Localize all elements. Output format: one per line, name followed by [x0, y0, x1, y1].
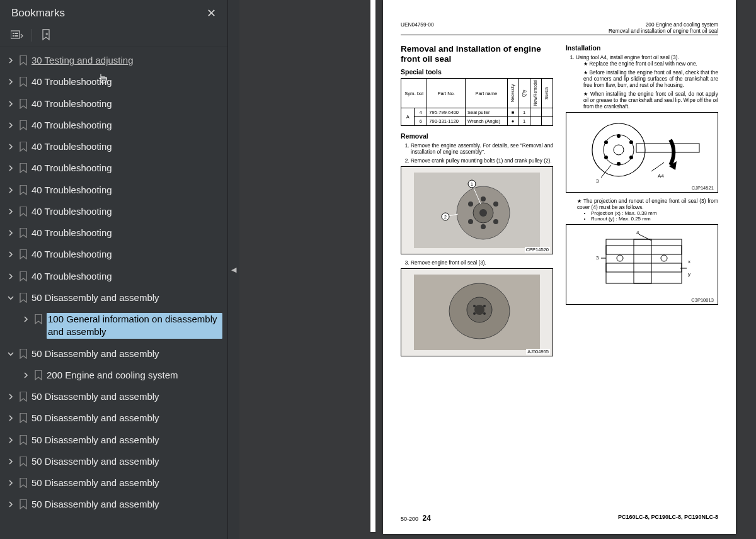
svg-point-37 — [617, 134, 621, 138]
figure-runout-diagram: 4 x y 3 C3P18013 — [566, 224, 718, 305]
th-necessity: Necessity — [507, 79, 518, 108]
bookmark-item[interactable]: 50 Disassembly and assembly — [0, 494, 227, 515]
svg-text:✶: ✶ — [45, 31, 49, 37]
chevron-down-icon[interactable] — [6, 293, 15, 302]
svg-point-26 — [473, 305, 476, 307]
removal-step: Remove engine front oil seal (3). — [411, 259, 553, 266]
chevron-right-icon[interactable] — [6, 250, 15, 259]
svg-text:3: 3 — [596, 255, 599, 261]
bookmark-ribbon-icon — [19, 499, 28, 509]
svg-point-35 — [604, 156, 608, 159]
cell-part-name: Seal puller — [466, 108, 508, 117]
bookmark-item[interactable]: 50 Disassembly and assembly — [0, 472, 227, 494]
bookmark-label: 50 Disassembly and assembly — [32, 455, 222, 468]
bookmark-item[interactable]: 40 Troubleshooting — [0, 136, 227, 157]
bookmark-item[interactable]: 100 General information on disassembly a… — [0, 309, 227, 343]
svg-point-13 — [468, 219, 473, 224]
chevron-right-icon[interactable] — [6, 392, 15, 401]
bookmark-item[interactable]: 40 Troubleshooting — [0, 115, 227, 136]
svg-text:1: 1 — [471, 182, 473, 186]
chevron-right-icon[interactable] — [21, 371, 30, 380]
bookmarks-tree[interactable]: 30 Testing and adjusting40 Troubleshooti… — [0, 47, 227, 539]
bookmark-ribbon-icon — [19, 185, 28, 195]
chevron-right-icon[interactable] — [6, 56, 15, 65]
bookmark-item[interactable]: 40 Troubleshooting — [0, 71, 227, 93]
svg-point-12 — [493, 219, 498, 224]
bookmark-item[interactable]: 40 Troubleshooting — [0, 179, 227, 201]
svg-rect-2 — [13, 35, 14, 37]
chevron-right-icon[interactable] — [6, 272, 15, 281]
svg-text:3: 3 — [596, 178, 599, 184]
svg-point-38 — [617, 162, 621, 166]
bookmark-item[interactable]: 40 Troubleshooting — [0, 222, 227, 244]
bookmark-item[interactable]: 50 Disassembly and assembly — [0, 343, 227, 365]
bookmark-item[interactable]: 40 Troubleshooting — [0, 244, 227, 265]
bookmark-label: 40 Troubleshooting — [32, 140, 222, 153]
chevron-right-icon[interactable] — [6, 436, 15, 445]
cell-symbol: A — [401, 108, 415, 126]
toolbar-divider — [32, 29, 32, 42]
svg-text:A4: A4 — [658, 173, 664, 179]
bookmark-ribbon-icon — [19, 435, 28, 445]
bookmark-ribbon-icon — [19, 249, 28, 259]
bookmark-ribbon-icon — [19, 163, 28, 173]
bookmark-ribbon-icon — [34, 314, 43, 324]
outline-options-button[interactable] — [9, 28, 25, 43]
svg-text:x: x — [688, 259, 690, 264]
chevron-right-icon[interactable] — [6, 142, 15, 151]
find-bookmark-button[interactable]: ✶ — [38, 28, 55, 43]
chevron-right-icon[interactable] — [6, 229, 15, 237]
chevron-right-icon[interactable] — [6, 500, 15, 509]
bookmark-label: 50 Disassembly and assembly — [32, 477, 222, 489]
chevron-right-icon[interactable] — [6, 479, 15, 487]
bookmark-item[interactable]: 50 Disassembly and assembly — [0, 407, 227, 429]
bookmark-item[interactable]: 40 Troubleshooting — [0, 201, 227, 222]
bookmark-ribbon-icon — [19, 349, 28, 359]
close-icon[interactable]: ✕ — [203, 4, 220, 23]
bookmark-label: 40 Troubleshooting — [32, 248, 222, 261]
page-footer: 50-200 24 PC160LC-8, PC190LC-8, PC190NLC… — [401, 514, 718, 523]
chevron-right-icon[interactable] — [6, 414, 15, 423]
measure-item: Projection (x) : Max. 0.38 mm — [591, 210, 718, 216]
footer-right: PC160LC-8, PC190LC-8, PC190NLC-8 — [618, 514, 718, 523]
bookmark-label: 50 Disassembly and assembly — [32, 348, 222, 360]
cell-qty: 1 — [518, 108, 530, 117]
chevron-right-icon[interactable] — [6, 99, 15, 108]
th-part-no: Part No. — [427, 79, 466, 108]
cell-part-no: 790-331-1120 — [427, 117, 466, 126]
bookmark-item[interactable]: 50 Disassembly and assembly — [0, 287, 227, 309]
bookmark-item[interactable]: 40 Troubleshooting — [0, 266, 227, 287]
bookmark-item[interactable]: 200 Engine and cooling system — [0, 365, 227, 386]
bookmark-item[interactable]: 50 Disassembly and assembly — [0, 429, 227, 451]
chevron-right-icon[interactable] — [6, 457, 15, 466]
bookmark-item[interactable]: 50 Disassembly and assembly — [0, 451, 227, 472]
chevron-left-icon: ◀ — [231, 266, 236, 274]
svg-point-29 — [483, 312, 486, 315]
pdf-viewport[interactable]: UEN04759-00 200 Engine and cooling syste… — [239, 0, 756, 539]
chevron-down-icon[interactable] — [6, 349, 15, 358]
figure-crank-pulley: 1 2 CPP14520 — [401, 166, 553, 254]
bookmark-item[interactable]: 50 Disassembly and assembly — [0, 386, 227, 407]
chevron-right-icon[interactable] — [6, 207, 15, 216]
chevron-right-icon[interactable] — [6, 121, 15, 130]
bookmark-label: 50 Disassembly and assembly — [32, 292, 222, 304]
svg-point-33 — [604, 140, 608, 144]
previous-page-edge — [370, 0, 375, 532]
install-note: Before installing the engine front oil s… — [583, 69, 718, 88]
bookmark-item[interactable]: 40 Troubleshooting — [0, 157, 227, 179]
svg-text:y: y — [688, 271, 690, 277]
bookmark-ribbon-icon — [19, 142, 28, 152]
bookmark-item[interactable]: 40 Troubleshooting — [0, 93, 227, 115]
svg-point-28 — [473, 312, 476, 315]
chevron-right-icon[interactable] — [21, 315, 30, 324]
chevron-right-icon[interactable] — [6, 186, 15, 195]
svg-point-25 — [474, 305, 484, 315]
svg-point-32 — [614, 145, 624, 155]
collapse-sidebar-handle[interactable]: ◀ — [228, 0, 239, 539]
chevron-right-icon[interactable] — [6, 77, 15, 86]
removal-step: Remove the engine assembly. For details,… — [411, 142, 553, 155]
chevron-right-icon[interactable] — [6, 164, 15, 173]
bookmark-item[interactable]: 30 Testing and adjusting — [0, 50, 227, 71]
figure-caption: CJP14521 — [690, 185, 715, 191]
bookmark-label: 100 General information on disassembly a… — [47, 313, 222, 339]
